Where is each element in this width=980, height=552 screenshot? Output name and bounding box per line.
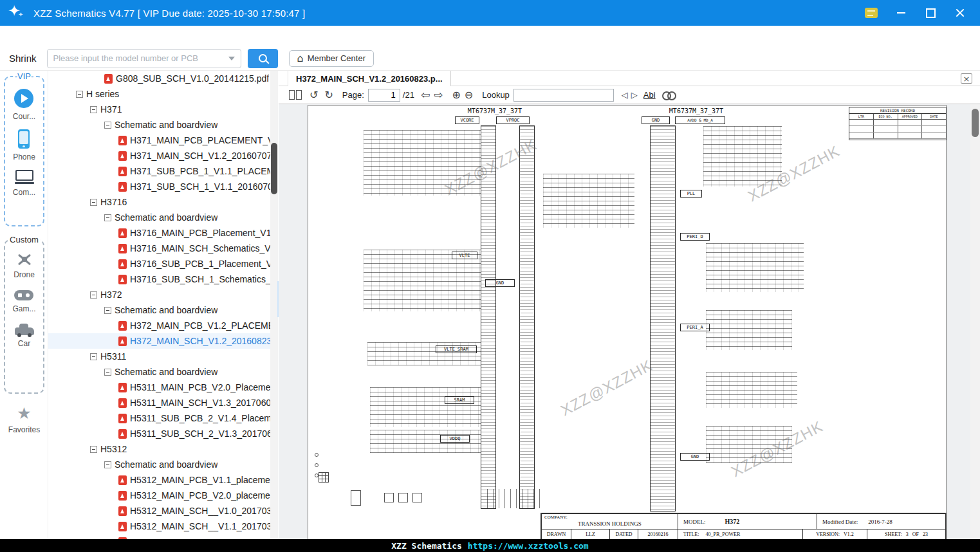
previous-page-icon[interactable]: [421, 89, 430, 100]
collapse-box-icon[interactable]: [90, 291, 97, 299]
collapse-box-icon[interactable]: [104, 307, 111, 314]
collapse-box-icon[interactable]: [104, 369, 111, 376]
tree-item[interactable]: H5312_MAIN_SCH__V1.0_2017032...: [48, 503, 270, 519]
member-center-button[interactable]: Member Center: [289, 50, 374, 67]
tree-item[interactable]: H5312_MAIN_PCB_V2.0_placemen...: [48, 488, 270, 503]
tree-item-label: H5311_SUB_PCB_2_V1.4_Placemen...: [130, 413, 270, 423]
pdf-icon: [118, 136, 127, 145]
next-page-icon[interactable]: [434, 89, 443, 100]
tree-item[interactable]: Schematic and boardview: [48, 364, 270, 380]
page-number-input[interactable]: [368, 89, 400, 102]
tree-item[interactable]: H series: [48, 86, 270, 102]
collapse-box-icon[interactable]: [90, 106, 97, 113]
find-next-icon[interactable]: [631, 91, 638, 99]
close-icon[interactable]: [953, 6, 967, 19]
rotate-right-icon[interactable]: [324, 90, 333, 100]
tree-item[interactable]: H5312_MAIN_PCB_V1.1_placemen...: [48, 472, 270, 488]
tree-item[interactable]: H3716_MAIN_PCB_Placement_V1...: [48, 225, 270, 241]
collapse-box-icon[interactable]: [90, 353, 97, 360]
tree-item[interactable]: Schematic and boardview: [48, 457, 270, 472]
tree-item[interactable]: H3716_SUB_PCB_1_Placement_V1...: [48, 256, 270, 271]
sidebar-item-computer[interactable]: Com...: [13, 170, 35, 197]
document-scrollbar-thumb[interactable]: [972, 109, 979, 137]
tree-item[interactable]: H5311: [48, 349, 270, 364]
lookup-input[interactable]: [513, 89, 614, 102]
close-tab-icon[interactable]: [961, 73, 972, 84]
pdf-icon: [118, 182, 127, 192]
search-combo[interactable]: [47, 49, 241, 68]
tree-item[interactable]: Schematic and boardview: [48, 302, 270, 318]
pdf-icon: [118, 522, 127, 531]
net-label-vcore: VCORE: [455, 116, 479, 124]
tree-item-label: H3716: [100, 197, 127, 207]
capacitor-bank: [367, 342, 481, 365]
zoom-in-icon[interactable]: [452, 90, 460, 100]
tree-item[interactable]: G808_SUB_SCH_V1.0_20141215.pdf: [48, 71, 270, 86]
tree-item[interactable]: Schematic and boardview: [48, 210, 270, 225]
tree-item[interactable]: H372: [48, 287, 270, 302]
collapse-box-icon[interactable]: [104, 122, 111, 129]
tree-item[interactable]: Schematic and boardview: [48, 117, 270, 133]
member-center-label: Member Center: [308, 53, 365, 63]
net-label-peri-d: PERI_D: [680, 233, 710, 241]
tree-item[interactable]: H5311_MAIN_SCH_V1.3_20170601...: [48, 395, 270, 410]
sidebar-item-favorites[interactable]: Favorites: [0, 405, 48, 434]
schematic-page[interactable]: MT6737M_37_37T MT6737M_37_37T VCORE VPRO…: [308, 105, 947, 539]
rotate-left-icon[interactable]: [310, 90, 318, 100]
chevron-down-icon[interactable]: [228, 57, 235, 60]
search-button[interactable]: [248, 49, 278, 68]
tree-item[interactable]: H372_MAIN_SCH_V1.2_20160823.p...: [48, 333, 270, 349]
tree-item[interactable]: H371_SUB_PCB_1_V1.1_PLACEMEN...: [48, 163, 270, 179]
pin-column-vproc: [519, 125, 535, 509]
tree-item[interactable]: H371: [48, 102, 270, 117]
pdf-icon: [104, 74, 113, 84]
vip-badge-icon[interactable]: [864, 6, 878, 19]
home-icon: [297, 53, 304, 64]
collapse-box-icon[interactable]: [104, 214, 111, 221]
minimize-icon[interactable]: [894, 6, 908, 19]
sidebar-item-game[interactable]: Gam...: [12, 288, 35, 313]
zoom-out-icon[interactable]: [465, 90, 473, 100]
sidebar-item-phone[interactable]: Phone: [13, 129, 35, 161]
match-case-toggle[interactable]: Abi: [643, 90, 656, 100]
collapse-box-icon[interactable]: [90, 199, 97, 206]
maximize-icon[interactable]: [923, 6, 938, 19]
tree-item[interactable]: H371_SUB_SCH_1_V1.1_20160707...: [48, 179, 270, 194]
title-block-sheet-cell: SHEET: 3 OF 23: [867, 529, 945, 539]
search-input[interactable]: [53, 53, 225, 63]
document-tab[interactable]: H372_MAIN_SCH_V1.2_20160823.p...: [288, 71, 451, 86]
tree-item[interactable]: H371_MAIN_SCH_V1.2_20160707...: [48, 148, 270, 163]
tree-item[interactable]: H372_MAIN_PCB_V1.2_PLACEMEN...: [48, 318, 270, 333]
document-scrollbar[interactable]: [970, 104, 980, 539]
tree-item[interactable]: H5312: [48, 441, 270, 457]
two-page-view-icon[interactable]: [289, 90, 302, 100]
statusbar-url: https://www.xzztools.com: [468, 541, 589, 551]
statusbar-brand: XZZ Schematics: [391, 541, 462, 551]
shrink-button[interactable]: Shrink: [4, 50, 42, 66]
sidebar-item-course[interactable]: Cour...: [13, 89, 35, 121]
window-title: XZZ Schematics V4.77 [ VIP Due date: 202…: [33, 8, 305, 19]
tree-item[interactable]: H3716_SUB_SCH_1_Schematics_V...: [48, 271, 270, 287]
collapse-box-icon[interactable]: [104, 461, 111, 468]
tree-item-label: H372_MAIN_SCH_V1.2_20160823.p...: [130, 336, 270, 346]
collapse-box-icon[interactable]: [76, 91, 83, 98]
pdf-icon: [118, 228, 127, 238]
tree-item[interactable]: [48, 534, 270, 539]
binoculars-icon[interactable]: [662, 91, 678, 99]
tree-item-label: H5312_MAIN_SCH__V1.0_2017032...: [130, 506, 270, 516]
tree-scrollbar-thumb[interactable]: [271, 143, 277, 194]
tree-item[interactable]: H371_MAIN_PCB_PLACEMENT_V1...: [48, 133, 270, 148]
tree-item[interactable]: H5311_MAIN_PCB_V2.0_Placemen...: [48, 380, 270, 395]
tree-item[interactable]: H3716_MAIN_SCH_Schematics_V1...: [48, 241, 270, 256]
collapse-box-icon[interactable]: [90, 446, 97, 453]
vip-sidebar: -VIP- Cour... Phone Com... Custom: [0, 71, 48, 539]
capacitor-bank: [370, 387, 481, 427]
find-previous-icon[interactable]: [622, 91, 628, 99]
sidebar-item-car[interactable]: Car: [15, 322, 34, 348]
tree-item[interactable]: H3716: [48, 194, 270, 210]
tree-item[interactable]: H5312_MAIN_SCH__V1.1_2017032...: [48, 519, 270, 534]
tree-item[interactable]: H5311_SUB_SCH_2_V1.3_2017060...: [48, 426, 270, 441]
hole-symbol: [315, 463, 319, 467]
tree-item[interactable]: H5311_SUB_PCB_2_V1.4_Placemen...: [48, 410, 270, 426]
sidebar-item-drone[interactable]: Drone: [14, 252, 35, 279]
